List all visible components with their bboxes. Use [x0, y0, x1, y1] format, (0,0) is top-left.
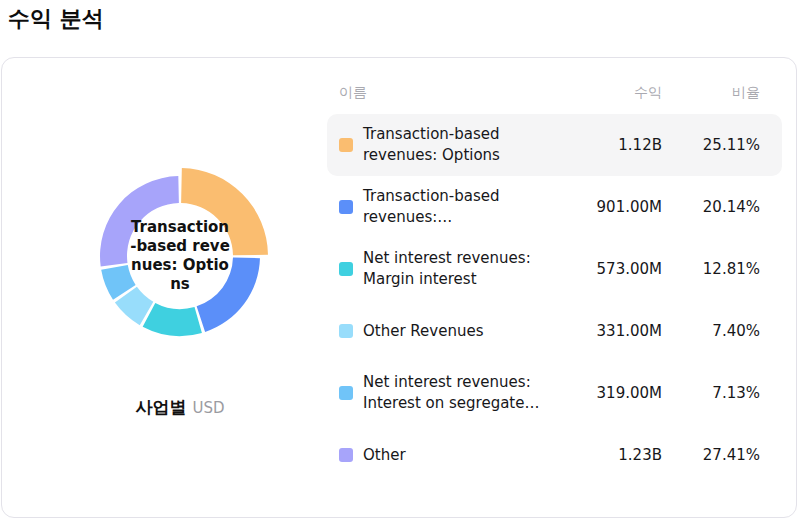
series-ratio: 12.81% [662, 260, 760, 278]
series-color-swatch [339, 324, 353, 338]
table-row[interactable]: Other Revenues 331.00M 7.40% [327, 300, 782, 362]
chart-footer: 사업별USD [2, 396, 358, 419]
revenue-analysis-card: Transaction-based revenues: Options 사업별U… [1, 57, 797, 518]
series-color-swatch [339, 262, 353, 276]
donut-chart[interactable]: Transaction-based revenues: Options [92, 168, 268, 344]
donut-center-label: Transaction-based revenues: Options [130, 218, 230, 294]
series-ratio: 7.40% [662, 322, 760, 340]
series-name-cell: Transaction-based revenues: Options [339, 124, 562, 166]
series-name: Other [363, 445, 406, 466]
series-color-swatch [339, 138, 353, 152]
chart-column: Transaction-based revenues: Options 사업별U… [2, 58, 358, 517]
table-row[interactable]: Transaction-based revenues: Options 1.12… [327, 114, 782, 176]
series-name-cell: Net interest revenues: Margin interest [339, 248, 562, 290]
series-name: Net interest revenues: Interest on segre… [363, 372, 556, 414]
series-ratio: 25.11% [662, 136, 760, 154]
series-value: 331.00M [562, 322, 662, 340]
page-title: 수익 분석 [8, 4, 104, 34]
series-name: Net interest revenues: Margin interest [363, 248, 556, 290]
column-header-value: 수익 [562, 84, 662, 102]
chart-group-label: 사업별 [135, 397, 186, 417]
legend-table: 이름 수익 비율 Transaction-based revenues: Opt… [327, 78, 782, 486]
table-row[interactable]: Net interest revenues: Interest on segre… [327, 362, 782, 424]
table-body: Transaction-based revenues: Options 1.12… [327, 114, 782, 486]
chart-unit-label: USD [192, 399, 224, 417]
series-ratio: 20.14% [662, 198, 760, 216]
series-name-cell: Other Revenues [339, 321, 562, 342]
series-name: Transaction-based revenues: Options [363, 124, 556, 166]
series-color-swatch [339, 386, 353, 400]
series-name: Other Revenues [363, 321, 484, 342]
table-row[interactable]: Other 1.23B 27.41% [327, 424, 782, 486]
table-row[interactable]: Transaction-based revenues:… 901.00M 20.… [327, 176, 782, 238]
series-name-cell: Other [339, 445, 562, 466]
table-header-row: 이름 수익 비율 [327, 78, 782, 114]
series-color-swatch [339, 200, 353, 214]
series-name-cell: Net interest revenues: Interest on segre… [339, 372, 562, 414]
donut-segment-2[interactable] [143, 303, 202, 336]
series-color-swatch [339, 448, 353, 462]
series-value: 1.23B [562, 446, 662, 464]
series-value: 901.00M [562, 198, 662, 216]
series-name: Transaction-based revenues:… [363, 186, 556, 228]
series-ratio: 27.41% [662, 446, 760, 464]
table-row[interactable]: Net interest revenues: Margin interest 5… [327, 238, 782, 300]
series-value: 319.00M [562, 384, 662, 402]
series-value: 573.00M [562, 260, 662, 278]
series-name-cell: Transaction-based revenues:… [339, 186, 562, 228]
series-value: 1.12B [562, 136, 662, 154]
column-header-ratio: 비율 [662, 84, 760, 102]
series-ratio: 7.13% [662, 384, 760, 402]
column-header-name: 이름 [339, 84, 562, 102]
